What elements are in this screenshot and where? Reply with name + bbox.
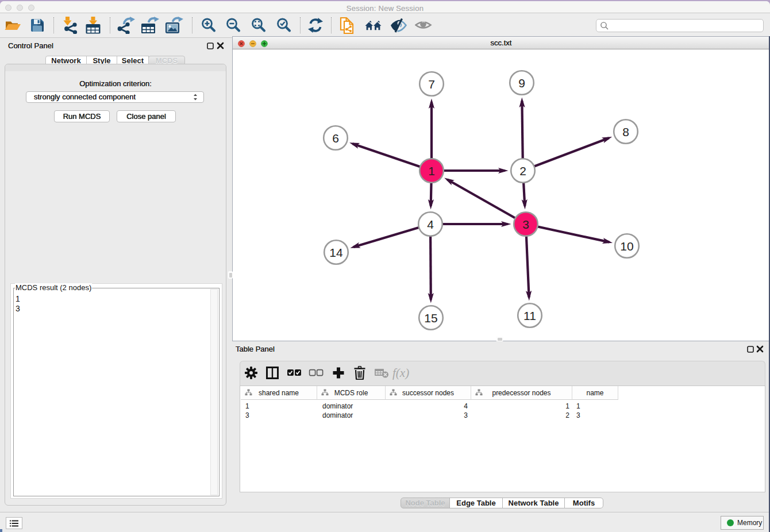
svg-text:10: 10	[620, 240, 633, 253]
svg-text:6: 6	[332, 132, 339, 145]
svg-text:9: 9	[518, 76, 525, 90]
svg-text:3: 3	[522, 218, 529, 231]
svg-text:2: 2	[519, 164, 526, 178]
svg-text:4: 4	[427, 218, 434, 231]
svg-text:8: 8	[622, 125, 629, 138]
svg-text:7: 7	[428, 78, 435, 91]
svg-text:15: 15	[424, 311, 437, 325]
svg-text:14: 14	[329, 246, 343, 259]
svg-text:1: 1	[428, 164, 435, 178]
svg-text:11: 11	[523, 309, 536, 322]
